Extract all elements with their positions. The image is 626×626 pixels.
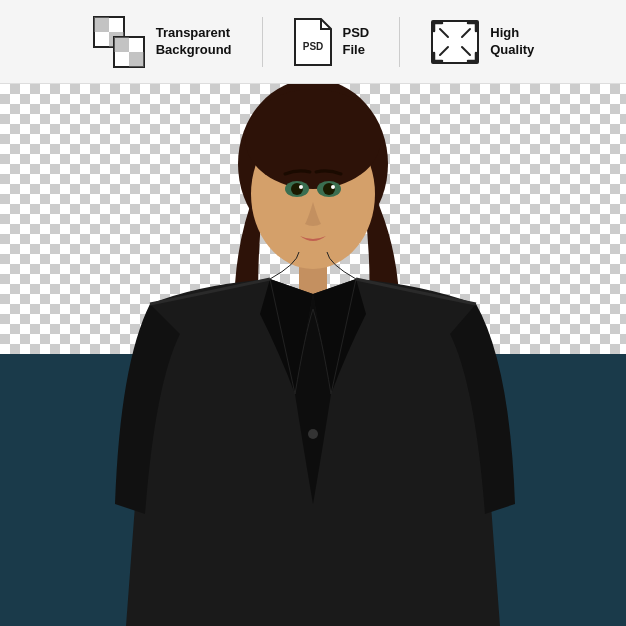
svg-point-22 — [308, 429, 318, 439]
svg-rect-5 — [129, 52, 144, 67]
svg-point-15 — [245, 89, 381, 189]
svg-rect-4 — [114, 37, 129, 52]
transparent-background-label: Transparent Background — [156, 25, 232, 59]
high-quality-label: High Quality — [490, 25, 534, 59]
image-area — [0, 84, 626, 626]
svg-point-18 — [291, 183, 303, 195]
svg-point-21 — [331, 185, 335, 189]
svg-rect-1 — [94, 17, 109, 32]
psd-file-icon: PSD — [293, 17, 333, 67]
divider-2 — [399, 17, 400, 67]
header-bar: Transparent Background PSD PSD File — [0, 0, 626, 84]
svg-point-20 — [299, 185, 303, 189]
badge-transparent-bg: Transparent Background — [92, 15, 232, 69]
svg-rect-7 — [432, 21, 478, 63]
badge-high-quality: High Quality — [430, 19, 534, 65]
transparent-background-icon — [92, 15, 146, 69]
psd-file-label: PSD File — [343, 25, 370, 59]
high-quality-icon — [430, 19, 480, 65]
svg-point-19 — [323, 183, 335, 195]
person-figure — [0, 84, 626, 626]
divider-1 — [262, 17, 263, 67]
svg-text:PSD: PSD — [302, 41, 323, 52]
badge-psd-file: PSD PSD File — [293, 17, 370, 67]
